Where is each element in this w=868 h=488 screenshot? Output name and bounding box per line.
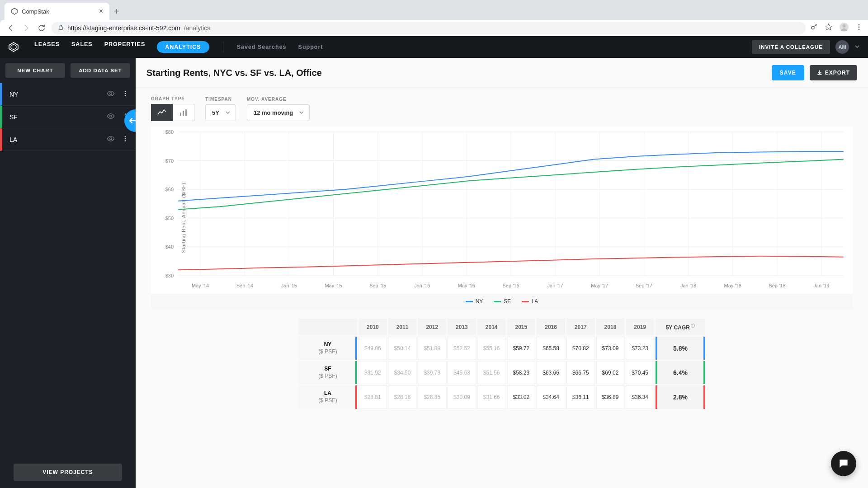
- svg-text:$80: $80: [165, 129, 174, 135]
- cagr-cell: 6.4%: [656, 361, 705, 384]
- table-row: NY($ PSF)$49.06$50.14$51.89$52.52$55.16$…: [298, 337, 705, 360]
- export-button[interactable]: EXPORT: [810, 65, 857, 80]
- cagr-header: 5Y CAGR ⓘ: [656, 319, 705, 335]
- new-tab-button[interactable]: +: [114, 6, 119, 17]
- timespan-select[interactable]: 5Y: [205, 104, 236, 121]
- more-icon[interactable]: [122, 90, 128, 98]
- dataset-item-la[interactable]: LA: [0, 128, 136, 151]
- sidebar: NEW CHART ADD DATA SET NY SF LA VIEW PRO…: [0, 58, 136, 488]
- address-bar: https://staging-enterprise.cs-int-592.co…: [0, 20, 868, 36]
- svg-rect-23: [183, 111, 184, 116]
- svg-rect-24: [185, 109, 187, 116]
- main: NEW CHART ADD DATA SET NY SF LA VIEW PRO…: [0, 58, 868, 488]
- table-year-header: 2011: [388, 319, 417, 335]
- avatar[interactable]: AM: [835, 40, 849, 54]
- browser-tab[interactable]: CompStak ×: [5, 3, 109, 20]
- graph-type-bar[interactable]: [173, 104, 194, 121]
- nav-leases[interactable]: LEASES: [34, 41, 60, 53]
- nav-analytics[interactable]: ANALYTICS: [157, 41, 209, 53]
- mov-avg-select[interactable]: 12 mo moving: [247, 104, 310, 121]
- nav-sales[interactable]: SALES: [71, 41, 93, 53]
- eye-icon[interactable]: [107, 112, 115, 122]
- svg-marker-9: [11, 44, 16, 50]
- url-field[interactable]: https://staging-enterprise.cs-int-592.co…: [52, 22, 806, 34]
- chat-button[interactable]: [831, 451, 856, 476]
- profile-icon[interactable]: [839, 22, 849, 34]
- tab-bar: CompStak × +: [0, 0, 868, 20]
- reload-icon[interactable]: [36, 23, 47, 33]
- table-cell: $28.16: [388, 385, 417, 408]
- table-cell: $36.11: [566, 385, 595, 408]
- nav-properties[interactable]: PROPERTIES: [104, 41, 146, 53]
- table-cell: $31.92: [359, 361, 387, 384]
- page-title: Starting Rents, NYC vs. SF vs. LA, Offic…: [146, 68, 322, 78]
- invite-button[interactable]: INVITE A COLLEAGUE: [752, 40, 830, 54]
- legend-item: NY: [466, 298, 483, 305]
- back-icon[interactable]: [5, 23, 16, 33]
- table-cell: $31.66: [477, 385, 506, 408]
- svg-text:Jan '17: Jan '17: [547, 283, 563, 288]
- svg-point-6: [859, 27, 860, 28]
- table-cell: $50.14: [388, 337, 417, 360]
- table-year-header: 2017: [566, 319, 595, 335]
- svg-marker-0: [12, 8, 17, 14]
- nav-support[interactable]: Support: [298, 44, 323, 50]
- table-year-header: 2015: [507, 319, 536, 335]
- dataset-item-sf[interactable]: SF: [0, 106, 136, 128]
- table-year-header: 2013: [448, 319, 476, 335]
- chevron-down-icon[interactable]: [854, 43, 860, 51]
- table-row: SF($ PSF)$31.92$34.50$39.73$45.63$51.56$…: [298, 361, 705, 384]
- chat-icon: [838, 458, 849, 469]
- new-chart-button[interactable]: NEW CHART: [5, 63, 65, 78]
- nav-right: INVITE A COLLEAGUE AM: [752, 40, 860, 54]
- key-icon[interactable]: [810, 23, 818, 33]
- save-button[interactable]: SAVE: [772, 65, 804, 80]
- legend-item: SF: [494, 298, 510, 305]
- tab-title: CompStak: [22, 8, 49, 15]
- svg-text:Jan '15: Jan '15: [281, 283, 297, 288]
- chart-wrap: Starting Rent, Annual, ($/SF) $30$40$50$…: [136, 121, 868, 309]
- svg-text:$50: $50: [165, 216, 174, 221]
- view-projects-button[interactable]: VIEW PROJECTS: [14, 464, 122, 481]
- secondary-nav: Saved Searches Support: [237, 44, 323, 50]
- svg-point-5: [859, 24, 860, 26]
- favicon: [11, 8, 18, 15]
- svg-text:Jan '18: Jan '18: [680, 283, 696, 288]
- close-icon[interactable]: ×: [99, 7, 103, 15]
- svg-marker-8: [9, 42, 18, 52]
- row-label: SF($ PSF): [298, 361, 357, 384]
- dataset-label: LA: [9, 136, 107, 143]
- dataset-list: NY SF LA: [0, 83, 136, 151]
- nav-saved-searches[interactable]: Saved Searches: [237, 44, 287, 50]
- dataset-label: SF: [9, 113, 107, 121]
- svg-text:May '16: May '16: [458, 283, 475, 288]
- table-cell: $33.02: [507, 385, 536, 408]
- svg-rect-1: [59, 27, 63, 29]
- more-icon[interactable]: [122, 136, 128, 143]
- table-cell: $36.34: [626, 385, 654, 408]
- data-table-wrap: 2010201120122013201420152016201720182019…: [136, 309, 868, 418]
- svg-point-7: [859, 29, 860, 30]
- svg-point-19: [125, 136, 126, 137]
- table-cell: $70.45: [626, 361, 654, 384]
- eye-icon[interactable]: [107, 135, 115, 144]
- svg-text:Sep '17: Sep '17: [636, 283, 652, 288]
- data-table: 2010201120122013201420152016201720182019…: [297, 317, 707, 410]
- eye-icon[interactable]: [107, 89, 115, 99]
- graph-type-line[interactable]: [151, 104, 173, 121]
- table-year-header: 2012: [418, 319, 446, 335]
- add-dataset-button[interactable]: ADD DATA SET: [71, 63, 130, 78]
- table-cell: $73.09: [596, 337, 625, 360]
- logo[interactable]: [8, 42, 19, 52]
- chrome-right-icons: [810, 22, 863, 34]
- svg-point-11: [125, 91, 126, 92]
- svg-point-18: [110, 138, 112, 140]
- svg-text:Sep '18: Sep '18: [769, 283, 785, 288]
- browser-chrome: CompStak × + https://staging-enterprise.…: [0, 0, 868, 36]
- menu-icon[interactable]: [855, 23, 863, 33]
- forward-icon[interactable]: [21, 23, 32, 33]
- star-icon[interactable]: [825, 23, 833, 33]
- table-cell: $39.73: [418, 361, 446, 384]
- nav-separator: [223, 42, 223, 52]
- dataset-item-ny[interactable]: NY: [0, 83, 136, 106]
